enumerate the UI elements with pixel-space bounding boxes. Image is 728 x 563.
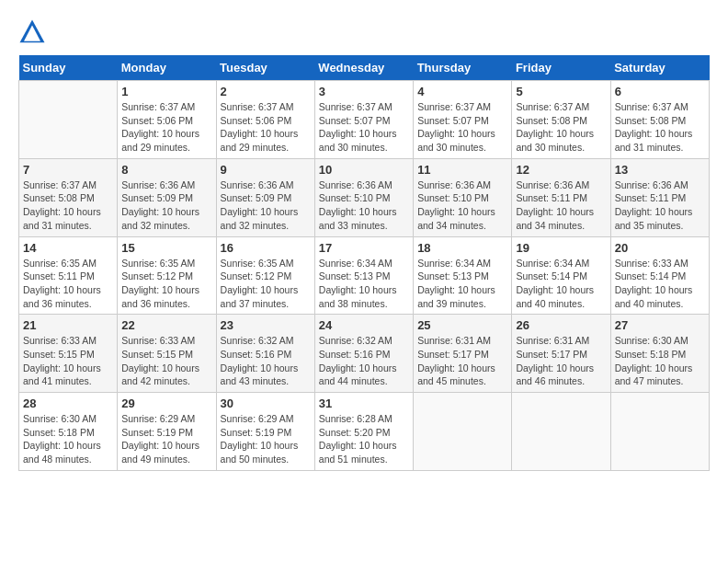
day-info: Sunrise: 6:36 AM Sunset: 5:09 PM Dayligh… [221, 178, 311, 233]
calendar-cell: 3Sunrise: 6:37 AM Sunset: 5:07 PM Daylig… [314, 81, 413, 159]
calendar-cell: 16Sunrise: 6:35 AM Sunset: 5:12 PM Dayli… [216, 236, 314, 315]
calendar-cell: 19Sunrise: 6:34 AM Sunset: 5:14 PM Dayli… [512, 236, 610, 315]
calendar-cell: 27Sunrise: 6:30 AM Sunset: 5:18 PM Dayli… [610, 315, 709, 393]
day-number: 19 [516, 241, 606, 255]
day-info: Sunrise: 6:37 AM Sunset: 5:06 PM Dayligh… [121, 100, 211, 155]
day-info: Sunrise: 6:34 AM Sunset: 5:13 PM Dayligh… [319, 257, 409, 311]
day-info: Sunrise: 6:35 AM Sunset: 5:12 PM Dayligh… [121, 257, 211, 311]
day-number: 12 [516, 163, 606, 177]
logo [18, 18, 50, 46]
day-info: Sunrise: 6:31 AM Sunset: 5:17 PM Dayligh… [516, 334, 606, 388]
day-number: 2 [221, 85, 311, 98]
day-number: 23 [221, 318, 311, 332]
day-number: 20 [615, 241, 705, 255]
day-number: 31 [319, 396, 409, 410]
calendar-cell: 10Sunrise: 6:36 AM Sunset: 5:10 PM Dayli… [314, 158, 413, 236]
calendar-cell: 2Sunrise: 6:37 AM Sunset: 5:06 PM Daylig… [216, 81, 314, 159]
day-info: Sunrise: 6:29 AM Sunset: 5:19 PM Dayligh… [121, 412, 211, 466]
calendar-cell: 1Sunrise: 6:37 AM Sunset: 5:06 PM Daylig… [118, 81, 216, 159]
day-info: Sunrise: 6:33 AM Sunset: 5:15 PM Dayligh… [121, 334, 211, 388]
day-number: 3 [319, 85, 409, 98]
day-info: Sunrise: 6:36 AM Sunset: 5:11 PM Dayligh… [615, 178, 705, 233]
day-info: Sunrise: 6:32 AM Sunset: 5:16 PM Dayligh… [221, 334, 311, 388]
day-info: Sunrise: 6:37 AM Sunset: 5:08 PM Dayligh… [615, 100, 705, 155]
day-number: 24 [319, 318, 409, 332]
day-info: Sunrise: 6:34 AM Sunset: 5:13 PM Dayligh… [417, 257, 507, 311]
header-day-sunday: Sunday [19, 55, 118, 81]
calendar-cell [610, 393, 709, 471]
day-info: Sunrise: 6:36 AM Sunset: 5:10 PM Dayligh… [319, 178, 409, 233]
calendar-cell: 25Sunrise: 6:31 AM Sunset: 5:17 PM Dayli… [414, 315, 512, 393]
calendar-cell: 9Sunrise: 6:36 AM Sunset: 5:09 PM Daylig… [216, 158, 314, 236]
day-info: Sunrise: 6:28 AM Sunset: 5:20 PM Dayligh… [319, 412, 409, 466]
calendar-cell: 15Sunrise: 6:35 AM Sunset: 5:12 PM Dayli… [118, 236, 216, 315]
day-info: Sunrise: 6:35 AM Sunset: 5:12 PM Dayligh… [221, 257, 311, 311]
calendar-cell: 21Sunrise: 6:33 AM Sunset: 5:15 PM Dayli… [19, 315, 118, 393]
day-number: 16 [221, 241, 311, 255]
day-number: 9 [221, 163, 311, 177]
header-day-saturday: Saturday [610, 55, 709, 81]
calendar-cell: 17Sunrise: 6:34 AM Sunset: 5:13 PM Dayli… [314, 236, 413, 315]
day-number: 18 [417, 241, 507, 255]
day-number: 25 [417, 318, 507, 332]
calendar-cell [414, 393, 512, 471]
calendar-cell: 31Sunrise: 6:28 AM Sunset: 5:20 PM Dayli… [314, 393, 413, 471]
week-row-1: 1Sunrise: 6:37 AM Sunset: 5:06 PM Daylig… [19, 81, 710, 159]
day-number: 5 [516, 85, 606, 98]
day-number: 21 [23, 318, 113, 332]
week-row-5: 28Sunrise: 6:30 AM Sunset: 5:18 PM Dayli… [19, 393, 710, 471]
day-number: 15 [121, 241, 211, 255]
calendar-cell: 11Sunrise: 6:36 AM Sunset: 5:10 PM Dayli… [414, 158, 512, 236]
calendar-cell [512, 393, 610, 471]
calendar-cell: 28Sunrise: 6:30 AM Sunset: 5:18 PM Dayli… [19, 393, 118, 471]
day-number: 30 [221, 396, 311, 410]
calendar-table: SundayMondayTuesdayWednesdayThursdayFrid… [18, 55, 710, 471]
calendar-cell: 24Sunrise: 6:32 AM Sunset: 5:16 PM Dayli… [314, 315, 413, 393]
day-info: Sunrise: 6:36 AM Sunset: 5:10 PM Dayligh… [417, 178, 507, 233]
calendar-cell: 14Sunrise: 6:35 AM Sunset: 5:11 PM Dayli… [19, 236, 118, 315]
day-number: 1 [121, 85, 211, 98]
calendar-header: SundayMondayTuesdayWednesdayThursdayFrid… [19, 55, 710, 81]
day-number: 22 [121, 318, 211, 332]
header-row: SundayMondayTuesdayWednesdayThursdayFrid… [19, 55, 710, 81]
day-info: Sunrise: 6:37 AM Sunset: 5:07 PM Dayligh… [417, 100, 507, 155]
calendar-cell: 8Sunrise: 6:36 AM Sunset: 5:09 PM Daylig… [118, 158, 216, 236]
day-number: 11 [417, 163, 507, 177]
calendar-cell: 4Sunrise: 6:37 AM Sunset: 5:07 PM Daylig… [414, 81, 512, 159]
day-info: Sunrise: 6:33 AM Sunset: 5:14 PM Dayligh… [615, 257, 705, 311]
day-info: Sunrise: 6:36 AM Sunset: 5:09 PM Dayligh… [121, 178, 211, 233]
calendar-cell: 23Sunrise: 6:32 AM Sunset: 5:16 PM Dayli… [216, 315, 314, 393]
day-number: 29 [121, 396, 211, 410]
calendar-cell: 29Sunrise: 6:29 AM Sunset: 5:19 PM Dayli… [118, 393, 216, 471]
header-day-friday: Friday [512, 55, 610, 81]
day-info: Sunrise: 6:37 AM Sunset: 5:08 PM Dayligh… [23, 178, 113, 233]
day-number: 14 [23, 241, 113, 255]
day-info: Sunrise: 6:33 AM Sunset: 5:15 PM Dayligh… [23, 334, 113, 388]
day-info: Sunrise: 6:32 AM Sunset: 5:16 PM Dayligh… [319, 334, 409, 388]
calendar-body: 1Sunrise: 6:37 AM Sunset: 5:06 PM Daylig… [19, 81, 710, 471]
day-info: Sunrise: 6:35 AM Sunset: 5:11 PM Dayligh… [23, 257, 113, 311]
day-number: 28 [23, 396, 113, 410]
week-row-3: 14Sunrise: 6:35 AM Sunset: 5:11 PM Dayli… [19, 236, 710, 315]
day-number: 17 [319, 241, 409, 255]
day-number: 26 [516, 318, 606, 332]
day-number: 7 [23, 163, 113, 177]
day-number: 13 [615, 163, 705, 177]
week-row-4: 21Sunrise: 6:33 AM Sunset: 5:15 PM Dayli… [19, 315, 710, 393]
day-info: Sunrise: 6:30 AM Sunset: 5:18 PM Dayligh… [23, 412, 113, 466]
calendar-cell [19, 81, 118, 159]
calendar-cell: 5Sunrise: 6:37 AM Sunset: 5:08 PM Daylig… [512, 81, 610, 159]
day-info: Sunrise: 6:36 AM Sunset: 5:11 PM Dayligh… [516, 178, 606, 233]
day-info: Sunrise: 6:37 AM Sunset: 5:06 PM Dayligh… [221, 100, 311, 155]
page-header [18, 18, 710, 46]
logo-icon [18, 18, 46, 46]
day-number: 4 [417, 85, 507, 98]
calendar-cell: 26Sunrise: 6:31 AM Sunset: 5:17 PM Dayli… [512, 315, 610, 393]
day-info: Sunrise: 6:37 AM Sunset: 5:08 PM Dayligh… [516, 100, 606, 155]
day-number: 6 [615, 85, 705, 98]
calendar-cell: 7Sunrise: 6:37 AM Sunset: 5:08 PM Daylig… [19, 158, 118, 236]
day-info: Sunrise: 6:34 AM Sunset: 5:14 PM Dayligh… [516, 257, 606, 311]
calendar-cell: 22Sunrise: 6:33 AM Sunset: 5:15 PM Dayli… [118, 315, 216, 393]
calendar-cell: 13Sunrise: 6:36 AM Sunset: 5:11 PM Dayli… [610, 158, 709, 236]
day-number: 27 [615, 318, 705, 332]
